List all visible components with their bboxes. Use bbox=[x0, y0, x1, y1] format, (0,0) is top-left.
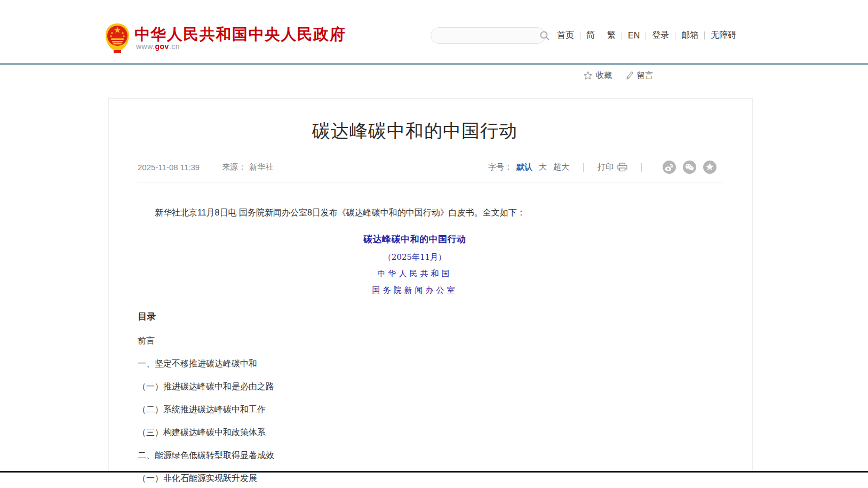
article-toolbar: 字号： 默认 大 超大 打印 bbox=[488, 161, 716, 174]
font-size-xlarge-button[interactable]: 超大 bbox=[553, 162, 569, 172]
nav-separator bbox=[704, 31, 705, 39]
toc-item-section1-3: （三）构建碳达峰碳中和政策体系 bbox=[138, 428, 723, 437]
nav-separator bbox=[580, 31, 580, 39]
share-weibo-icon[interactable] bbox=[663, 161, 676, 174]
site-url-prefix: www. bbox=[136, 42, 155, 51]
toolbar-separator bbox=[641, 163, 642, 172]
print-label: 打印 bbox=[598, 162, 614, 172]
nav-login[interactable]: 登录 bbox=[652, 30, 669, 41]
lead-paragraph: 新华社北京11月8日电 国务院新闻办公室8日发布《碳达峰碳中和的中国行动》白皮书… bbox=[138, 207, 723, 218]
toc-item-section2: 二、能源绿色低碳转型取得显著成效 bbox=[138, 451, 723, 460]
font-size-label: 字号： bbox=[488, 162, 512, 172]
window-bottom-edge bbox=[0, 471, 868, 473]
nav-separator bbox=[622, 31, 622, 39]
document-author-line2: 国务院新闻办公室 bbox=[138, 285, 692, 295]
nav-home[interactable]: 首页 bbox=[557, 30, 574, 41]
quick-actions: 收藏 留言 bbox=[583, 70, 653, 81]
star-icon bbox=[583, 71, 593, 81]
toc-heading: 目录 bbox=[138, 310, 723, 323]
search-input[interactable] bbox=[431, 31, 539, 40]
nav-mail[interactable]: 邮箱 bbox=[681, 30, 698, 41]
comment-label: 留言 bbox=[637, 70, 653, 81]
search-bar bbox=[431, 27, 546, 44]
toc-item-preface: 前言 bbox=[138, 336, 723, 346]
nav-english[interactable]: EN bbox=[628, 31, 640, 41]
toc-item-section1: 一、坚定不移推进碳达峰碳中和 bbox=[138, 359, 723, 369]
source-value[interactable]: 新华社 bbox=[249, 162, 273, 172]
top-nav: 首页 简 繁 EN 登录 邮箱 无障碍 bbox=[557, 30, 736, 41]
nav-separator bbox=[646, 31, 646, 39]
nav-accessibility[interactable]: 无障碍 bbox=[711, 30, 736, 41]
site-url: www.gov.cn bbox=[136, 42, 180, 51]
site-url-suffix: .cn bbox=[169, 42, 180, 51]
meta-divider bbox=[138, 182, 723, 182]
printer-icon bbox=[617, 163, 627, 172]
document-title: 碳达峰碳中和的中国行动 bbox=[138, 233, 692, 245]
article-meta: 2025-11-08 11:39 来源： 新华社 字号： 默认 大 超大 打印 bbox=[138, 161, 723, 174]
site-header: 中华人民共和国中央人民政府 www.gov.cn 首页 简 繁 EN 登录 邮箱… bbox=[0, 0, 868, 65]
document-date: （2025年11月） bbox=[138, 252, 692, 262]
nav-simplified[interactable]: 简 bbox=[586, 30, 595, 41]
nav-separator bbox=[675, 31, 675, 39]
page-title: 碳达峰碳中和的中国行动 bbox=[138, 119, 692, 142]
font-size-default-button[interactable]: 默认 bbox=[516, 162, 532, 172]
document-author-line1: 中华人民共和国 bbox=[138, 269, 692, 279]
source-label: 来源： bbox=[222, 162, 246, 172]
article-container: 碳达峰碳中和的中国行动 2025-11-08 11:39 来源： 新华社 字号：… bbox=[108, 98, 753, 471]
nav-traditional[interactable]: 繁 bbox=[607, 30, 616, 41]
font-size-large-button[interactable]: 大 bbox=[539, 162, 547, 172]
toc-item-section1-1: （一）推进碳达峰碳中和是必由之路 bbox=[138, 382, 723, 391]
share-wechat-icon[interactable] bbox=[683, 161, 696, 174]
favorite-label: 收藏 bbox=[596, 70, 612, 81]
site-url-domain: gov bbox=[155, 42, 169, 51]
toc-item-section2-1: （一）非化石能源实现跃升发展 bbox=[138, 474, 723, 483]
nav-separator bbox=[601, 31, 601, 39]
share-qzone-icon[interactable] bbox=[703, 161, 716, 174]
search-icon[interactable] bbox=[539, 30, 550, 41]
share-icons bbox=[656, 161, 716, 174]
pencil-icon bbox=[625, 71, 634, 80]
comment-button[interactable]: 留言 bbox=[625, 70, 653, 81]
toolbar-separator bbox=[583, 163, 584, 172]
publish-date: 2025-11-08 11:39 bbox=[138, 163, 200, 172]
print-button[interactable]: 打印 bbox=[598, 162, 627, 172]
favorite-button[interactable]: 收藏 bbox=[583, 70, 612, 81]
national-emblem-logo[interactable] bbox=[105, 22, 130, 53]
toc-item-section1-2: （二）系统推进碳达峰碳中和工作 bbox=[138, 405, 723, 414]
